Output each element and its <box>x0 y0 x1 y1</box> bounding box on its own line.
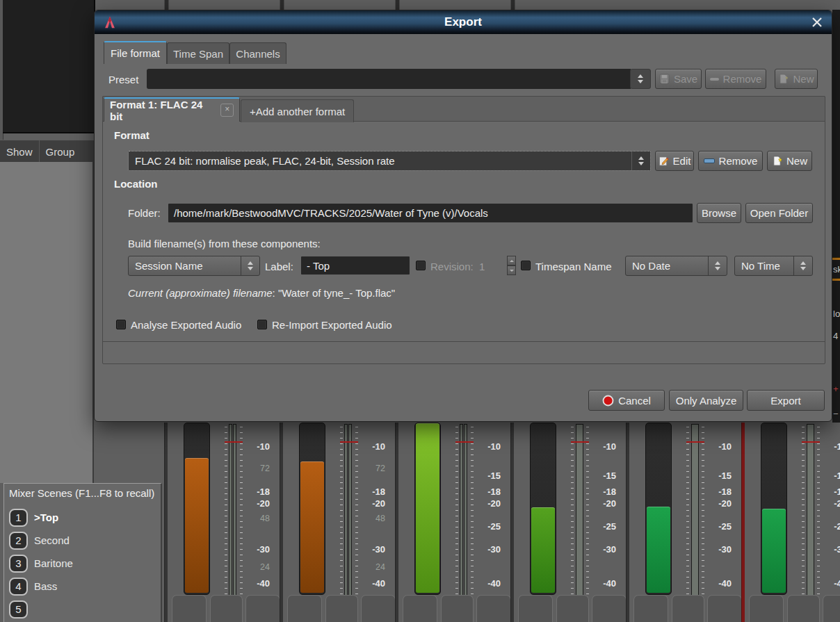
format-tab-close-icon[interactable]: × <box>220 104 234 117</box>
preset-save-button[interactable]: Save <box>655 69 702 89</box>
fader-track[interactable] <box>414 423 441 595</box>
fader-track[interactable] <box>530 423 556 595</box>
strip-bottom-button[interactable] <box>210 595 243 622</box>
time-format-combo[interactable]: No Time <box>734 256 813 276</box>
preset-input[interactable] <box>147 69 631 89</box>
session-name-combo[interactable]: Session Name <box>128 256 260 276</box>
export-dialog: Export File format Time Span Channels Pr… <box>94 10 832 422</box>
strip-separator <box>395 423 398 622</box>
minus-icon <box>710 78 719 81</box>
fader-track[interactable] <box>645 423 672 595</box>
meter-scale-label: -30 <box>236 544 270 555</box>
meter-scale-label: -18 <box>583 486 616 497</box>
dialog-title: Export <box>95 15 832 29</box>
meter-scale-label: -10 <box>583 441 616 452</box>
show-column-header[interactable]: Show <box>0 140 39 163</box>
export-button[interactable]: Export <box>747 390 825 411</box>
edge-text-fragment: + <box>833 384 839 394</box>
meter-scale-label: -20 <box>352 498 385 509</box>
spinner-arrows-icon <box>631 152 650 170</box>
strip-separator <box>510 423 514 622</box>
format-combo-value: FLAC 24 bit: normalise peak, FLAC, 24-bi… <box>129 155 631 167</box>
dialog-titlebar[interactable]: Export <box>95 10 832 34</box>
preset-new-button[interactable]: New <box>775 69 818 89</box>
fader-track[interactable] <box>299 423 325 595</box>
format-new-button[interactable]: New <box>767 151 812 171</box>
strip-bottom-button[interactable] <box>592 595 627 622</box>
meter-scale-label: -30 <box>814 544 840 555</box>
fader-track[interactable] <box>184 423 210 595</box>
strip-bottom-button[interactable] <box>245 595 280 622</box>
strip-bottom-button[interactable] <box>476 595 511 622</box>
fader-track[interactable] <box>761 423 787 595</box>
fader-fill[interactable] <box>416 423 439 593</box>
meter-ticks-left <box>802 427 805 617</box>
strip-bottom-button[interactable] <box>707 595 742 622</box>
fader-fill[interactable] <box>531 507 555 593</box>
date-format-combo[interactable]: No Date <box>625 256 727 276</box>
strip-bottom-button[interactable] <box>749 595 784 622</box>
meter-scale-label: -40 <box>467 578 501 589</box>
fader-fill[interactable] <box>647 507 670 593</box>
strip-separator <box>164 0 169 10</box>
mixer-meter-strips: -1072-18-2048-3024-40-500-1072-18-2048-3… <box>0 423 840 622</box>
timespan-checkbox[interactable] <box>521 261 531 270</box>
revision-checkbox[interactable] <box>416 261 426 270</box>
label-label: Label: <box>265 261 293 272</box>
strip-bottom-button[interactable] <box>361 595 396 622</box>
format-edit-button[interactable]: Edit <box>655 151 694 171</box>
folder-input[interactable]: /home/mark/BestwoodMVC/TRACKS/2025/Water… <box>168 204 693 222</box>
revision-spinner[interactable] <box>507 256 516 275</box>
strip-bottom-button[interactable] <box>287 595 322 622</box>
strip-bottom-button[interactable] <box>403 595 437 622</box>
spinner-down-icon <box>507 265 516 275</box>
label-input[interactable]: - Top <box>301 256 410 275</box>
revision-label: Revision: <box>430 261 474 272</box>
preset-combo-spinner[interactable] <box>630 69 651 89</box>
tab-time-span[interactable]: Time Span <box>167 42 229 64</box>
meter-scale-label: -30 <box>583 544 616 555</box>
strip-bottom-button[interactable] <box>441 595 474 622</box>
browse-button[interactable]: Browse <box>697 203 741 223</box>
strip-separator <box>626 423 629 622</box>
fader-fill[interactable] <box>300 461 324 593</box>
tab-format-1[interactable]: Format 1: FLAC 24 bit × <box>104 97 240 122</box>
reimport-checkbox[interactable] <box>257 320 267 329</box>
strip-bottom-button[interactable] <box>672 595 704 622</box>
meter-bar <box>344 424 348 598</box>
strip-bottom-button[interactable] <box>556 595 589 622</box>
fader-fill[interactable] <box>185 458 209 593</box>
meter-scale-label: -20 <box>467 498 501 509</box>
strip-bottom-button[interactable] <box>787 595 820 622</box>
analyse-checkbox[interactable] <box>116 320 126 329</box>
group-display-dark-panel <box>3 0 95 133</box>
strip-separator <box>280 423 283 622</box>
format-remove-button[interactable]: Remove <box>698 151 763 171</box>
group-column-header[interactable]: Group <box>39 140 81 163</box>
edit-pencil-icon <box>659 156 669 166</box>
cancel-stop-icon <box>602 395 614 407</box>
strip-bottom-button[interactable] <box>518 595 553 622</box>
only-analyze-button[interactable]: Only Analyze <box>669 390 743 411</box>
tab-channels[interactable]: Channels <box>229 42 286 64</box>
open-folder-button[interactable]: Open Folder <box>745 203 813 223</box>
strip-bottom-button[interactable] <box>325 595 358 622</box>
add-format-tab[interactable]: +Add another format <box>241 99 354 122</box>
meter-scale-label: -20 <box>814 498 840 509</box>
fader-fill[interactable] <box>762 509 786 593</box>
close-icon[interactable] <box>808 14 826 31</box>
strip-separator <box>741 423 745 622</box>
format-combo[interactable]: FLAC 24 bit: normalise peak, FLAC, 24-bi… <box>128 151 651 171</box>
meter-scale-label: -25 <box>814 521 840 532</box>
meter-bar <box>229 424 232 598</box>
preset-remove-button[interactable]: Remove <box>705 69 766 89</box>
strip-separator <box>280 0 284 10</box>
meter-scale-label: -30 <box>352 544 385 555</box>
reimport-label: Re-Import Exported Audio <box>272 319 392 331</box>
strip-bottom-button[interactable] <box>823 595 840 622</box>
cancel-button[interactable]: Cancel <box>588 390 665 411</box>
strip-bottom-button[interactable] <box>633 595 668 622</box>
tab-file-format[interactable]: File format <box>104 41 167 64</box>
analyse-label: Analyse Exported Audio <box>131 319 241 331</box>
strip-bottom-button[interactable] <box>172 595 207 622</box>
